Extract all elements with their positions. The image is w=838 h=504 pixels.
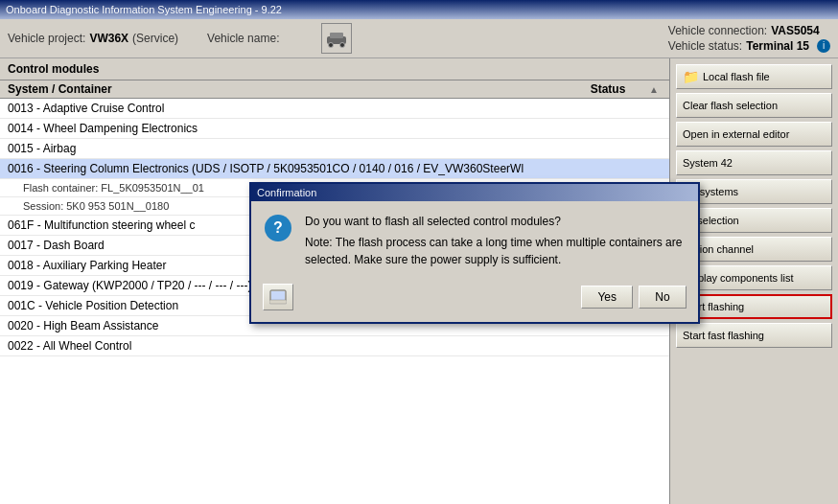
- dialog-body: ? Do you want to flash all selected cont…: [251, 201, 698, 322]
- dialog-title: Confirmation: [257, 187, 316, 198]
- dialog-note-text: The flash process can take a long time w…: [305, 236, 682, 266]
- question-icon: ?: [265, 215, 291, 241]
- dialog-text: Do you want to flash all selected contro…: [305, 213, 687, 268]
- dialog-right-buttons: Yes No: [581, 286, 687, 309]
- dialog-note: Note: The flash process can take a long …: [305, 234, 687, 268]
- yes-button[interactable]: Yes: [581, 286, 633, 309]
- dialog-note-label: Note:: [305, 236, 333, 249]
- dialog-titlebar: Confirmation: [251, 184, 698, 201]
- dialog-message-line1: Do you want to flash all selected contro…: [305, 213, 687, 230]
- dialog-content: ? Do you want to flash all selected cont…: [263, 213, 687, 268]
- dialog-icon-container: ?: [263, 213, 293, 243]
- dialog-buttons: Yes No: [263, 284, 687, 310]
- dialog-image-button[interactable]: [263, 284, 293, 310]
- svg-rect-6: [269, 300, 287, 304]
- no-button[interactable]: No: [639, 286, 687, 309]
- confirmation-dialog: Confirmation ? Do you want to flash all …: [249, 182, 700, 324]
- svg-rect-5: [271, 291, 285, 300]
